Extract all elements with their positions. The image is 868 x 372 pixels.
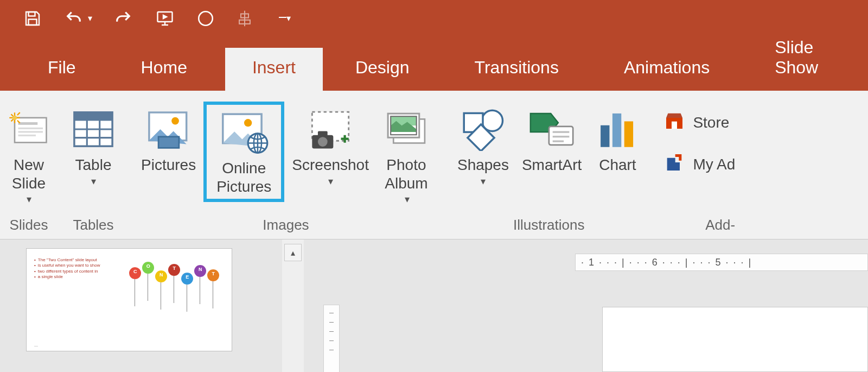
align-objects-icon[interactable] bbox=[235, 9, 254, 28]
tab-transitions[interactable]: Transitions bbox=[442, 48, 591, 91]
group-addins-label: Add- bbox=[705, 217, 737, 237]
group-illustrations-label: Illustrations bbox=[513, 217, 585, 237]
screenshot-label: Screenshot bbox=[292, 156, 369, 174]
ribbon-tabs: File Home Insert Design Transitions Anim… bbox=[0, 36, 868, 91]
svg-point-3 bbox=[199, 11, 213, 26]
undo-dropdown-caret[interactable]: ▾ bbox=[88, 13, 92, 23]
table-label: Table bbox=[75, 156, 112, 174]
group-addins: Store My Ad Add- bbox=[654, 91, 737, 239]
slide-canvas[interactable] bbox=[602, 307, 868, 372]
new-slide-button[interactable]: New Slide ▾ bbox=[2, 102, 55, 205]
smartart-button[interactable]: SmartArt bbox=[516, 102, 587, 174]
svg-point-25 bbox=[318, 137, 328, 147]
photo-album-button[interactable]: Photo Album ▾ bbox=[376, 102, 436, 205]
tab-insert[interactable]: Insert bbox=[225, 48, 323, 91]
svg-rect-38 bbox=[612, 114, 621, 147]
ribbon: New Slide ▾ Slides Table ▾ Tables bbox=[0, 91, 868, 239]
store-button[interactable]: Store bbox=[661, 107, 731, 138]
chart-icon bbox=[595, 105, 640, 154]
slide-thumbnail[interactable]: The "Two Content" slide layout is useful… bbox=[26, 248, 232, 351]
thumbnail-text-content: The "Two Content" slide layout is useful… bbox=[34, 257, 119, 346]
shapes-button[interactable]: Shapes ▾ bbox=[452, 102, 514, 187]
horizontal-ruler: · 1 · · · | · · · 6 · · · | · · · 5 · · … bbox=[575, 254, 868, 271]
svg-rect-36 bbox=[553, 140, 564, 142]
svg-rect-17 bbox=[158, 137, 179, 148]
svg-rect-37 bbox=[601, 125, 609, 147]
svg-rect-40 bbox=[672, 122, 677, 129]
pictures-label: Pictures bbox=[141, 156, 196, 174]
group-images: Pictures Online Pictures bbox=[128, 91, 444, 239]
balloon-graphic: E bbox=[181, 273, 193, 285]
work-area: The "Two Content" slide layout is useful… bbox=[0, 239, 868, 372]
chart-button[interactable]: Chart bbox=[589, 102, 646, 174]
thumbnail-balloons-graphic: CONTENT bbox=[123, 257, 225, 346]
slide-thumbnail-pane: The "Two Content" slide layout is useful… bbox=[0, 239, 282, 372]
redo-icon[interactable] bbox=[113, 9, 133, 28]
customize-qat-caret[interactable]: ▾ bbox=[279, 13, 291, 23]
shapes-icon bbox=[458, 105, 508, 154]
group-tables-label: Tables bbox=[73, 217, 113, 237]
online-pictures-button[interactable]: Online Pictures bbox=[203, 102, 284, 202]
pictures-button[interactable]: Pictures bbox=[136, 102, 201, 174]
my-addins-label: My Ad bbox=[693, 156, 735, 173]
svg-rect-9 bbox=[18, 131, 43, 133]
save-icon[interactable] bbox=[23, 9, 42, 28]
svg-rect-7 bbox=[18, 122, 38, 125]
svg-rect-35 bbox=[553, 136, 570, 137]
svg-rect-6 bbox=[15, 118, 47, 143]
online-pictures-icon bbox=[219, 108, 270, 157]
tab-slide-show[interactable]: Slide Show bbox=[742, 28, 868, 91]
tab-design[interactable]: Design bbox=[323, 48, 442, 91]
group-tables: Table ▾ Tables bbox=[59, 91, 127, 239]
balloon-graphic: T bbox=[168, 264, 180, 276]
my-addins-icon bbox=[663, 152, 685, 176]
balloon-graphic: O bbox=[142, 262, 154, 274]
new-slide-icon bbox=[8, 105, 50, 154]
svg-point-19 bbox=[244, 119, 252, 127]
group-slides: New Slide ▾ Slides bbox=[0, 91, 59, 239]
group-slides-label: Slides bbox=[10, 217, 48, 237]
slide-canvas-area: · 1 · · · | · · · 6 · · · | · · · 5 · · … bbox=[304, 239, 868, 372]
online-pictures-label: Online Pictures bbox=[216, 159, 271, 196]
shapes-caret[interactable]: ▾ bbox=[481, 175, 486, 187]
pictures-icon bbox=[145, 105, 192, 154]
tab-file[interactable]: File bbox=[21, 48, 103, 91]
screenshot-caret[interactable]: ▾ bbox=[328, 175, 333, 187]
shapes-label: Shapes bbox=[457, 156, 509, 174]
group-images-label: Images bbox=[263, 217, 309, 237]
chart-label: Chart bbox=[599, 156, 636, 174]
thumbnail-scrollbar[interactable]: ▴ bbox=[282, 239, 304, 372]
svg-rect-10 bbox=[18, 135, 36, 136]
svg-rect-8 bbox=[18, 128, 43, 129]
table-button[interactable]: Table ▾ bbox=[67, 102, 120, 187]
svg-point-12 bbox=[12, 116, 17, 120]
scroll-up-button[interactable]: ▴ bbox=[284, 244, 302, 261]
photo-album-caret[interactable]: ▾ bbox=[405, 193, 410, 205]
new-slide-caret[interactable]: ▾ bbox=[27, 193, 31, 205]
photo-album-icon bbox=[382, 105, 431, 154]
smartart-label: SmartArt bbox=[522, 156, 582, 174]
quick-access-toolbar: ▾ ▾ bbox=[0, 0, 868, 36]
table-caret[interactable]: ▾ bbox=[91, 175, 96, 187]
table-icon bbox=[72, 105, 114, 154]
balloon-graphic: N bbox=[155, 270, 167, 282]
start-slideshow-icon[interactable] bbox=[154, 9, 176, 28]
my-addins-button[interactable]: My Ad bbox=[661, 149, 737, 180]
svg-rect-14 bbox=[74, 112, 112, 121]
svg-rect-0 bbox=[29, 12, 35, 16]
tab-animations[interactable]: Animations bbox=[591, 48, 742, 91]
balloon-graphic: N bbox=[194, 265, 206, 277]
tab-home[interactable]: Home bbox=[103, 48, 225, 91]
photo-album-label: Photo Album bbox=[385, 156, 427, 192]
screenshot-button[interactable]: Screenshot ▾ bbox=[286, 102, 374, 187]
group-illustrations: Shapes ▾ SmartArt bbox=[444, 91, 653, 239]
circle-shape-icon[interactable] bbox=[196, 9, 215, 28]
undo-icon[interactable]: ▾ bbox=[63, 9, 92, 28]
balloon-graphic: T bbox=[207, 269, 219, 281]
screenshot-icon bbox=[306, 105, 355, 154]
vertical-ruler bbox=[323, 305, 340, 372]
new-slide-label: New Slide bbox=[12, 156, 46, 192]
svg-rect-39 bbox=[624, 121, 633, 147]
svg-rect-34 bbox=[553, 131, 570, 133]
store-label: Store bbox=[693, 114, 729, 131]
